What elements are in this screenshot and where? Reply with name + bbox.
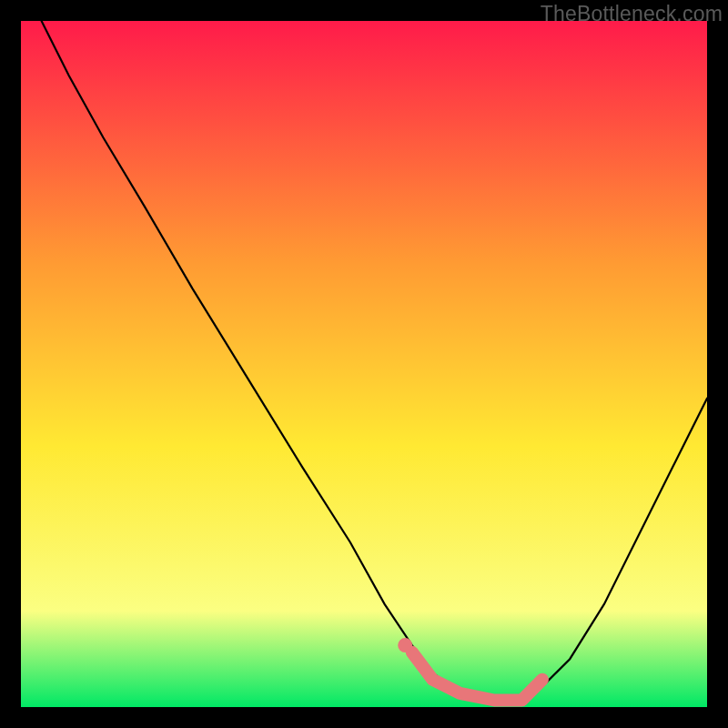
outer-frame: TheBottleneck.com [0, 0, 728, 728]
highlight-dot [398, 638, 412, 652]
chart-plot-area [21, 21, 707, 707]
chart-svg [21, 21, 707, 707]
